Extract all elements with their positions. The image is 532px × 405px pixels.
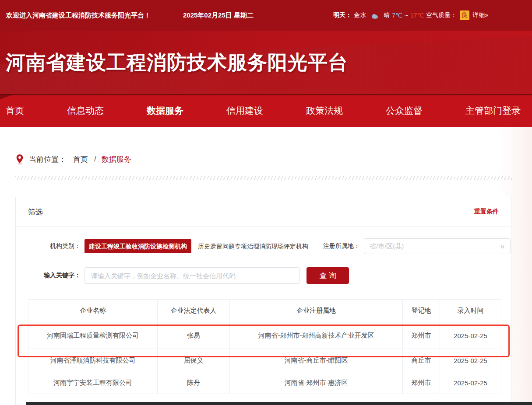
breadcrumb-current-link[interactable]: 数据服务 (102, 154, 131, 164)
site-title: 河南省建设工程消防技术服务阳光平台 (6, 49, 348, 76)
cell-company: 河南省泽顺消防科技有限公司 (28, 349, 158, 372)
cell-registry-city: 郑州市 (403, 372, 440, 394)
cell-registry-city: 郑州市 (403, 322, 440, 349)
chevron-down-icon: ∨ (500, 243, 506, 250)
temp-high: 17℃ (410, 12, 424, 19)
column-header-registered-location: 企业注册属地 (230, 300, 403, 322)
aqi-badge: 良 (460, 10, 469, 20)
cell-legal-rep: 屈保义 (158, 349, 230, 372)
category-label: 机构类别： (16, 242, 81, 250)
nav-item-news[interactable]: 信息动态 (67, 105, 104, 117)
weather-widget: 明天： 金水 晴 7℃ ~ 17℃ 空气质量： 良 详细» (333, 10, 488, 20)
table-header-row: 企业名称 企业法定代表人 企业注册属地 登记地 录入时间 (28, 300, 501, 322)
main-content: 当前位置： 首页 / 数据服务 筛选 重置条件 机构类别： 建设工程竣工验收消防… (0, 127, 532, 405)
cloud-rain-icon (370, 12, 380, 19)
location-pin-icon (16, 154, 24, 164)
nav-item-credit[interactable]: 信用建设 (226, 105, 263, 117)
weather-condition: 晴 (384, 11, 390, 19)
category-option-detection-agency[interactable]: 建设工程竣工验收消防设施检测机构 (85, 239, 191, 253)
breadcrumb-home-link[interactable]: 首页 (73, 154, 88, 164)
weather-day-label: 明天： (333, 11, 352, 19)
main-nav: 首页 信息动态 数据服务 信用建设 政策法规 公众监督 主管部门登录 (0, 94, 532, 127)
cell-registry-city: 商丘市 (403, 349, 440, 372)
filter-panel-title: 筛选 (28, 207, 43, 217)
weather-district: 金水 (354, 11, 366, 19)
column-header-registry-city: 登记地 (403, 300, 440, 322)
nav-item-data-service[interactable]: 数据服务 (147, 105, 183, 117)
cell-registered-location: 河南省-郑州市-郑州高新技术产业开发区 (230, 322, 403, 349)
breadcrumb-separator: / (94, 155, 96, 164)
category-option-assessment-agency[interactable]: 历史遗留问题专项治理消防现场评定机构 (197, 239, 309, 253)
temp-tilde: ~ (405, 12, 408, 19)
column-header-entry-date: 录入时间 (440, 300, 501, 322)
keyword-input[interactable] (85, 267, 300, 284)
weather-detail-link[interactable]: 详细» (472, 11, 488, 19)
cell-registered-location: 河南省-商丘市-睢阳区 (230, 349, 403, 372)
nav-item-public-supervision[interactable]: 公众监督 (386, 105, 423, 117)
region-select[interactable]: 省/市/区(县) ∨ (364, 238, 511, 254)
category-filter-row: 机构类别： 建设工程竣工验收消防设施检测机构 历史遗留问题专项治理消防现场评定机… (16, 238, 511, 254)
cell-entry-date: 2025-02-25 (440, 322, 501, 349)
search-button[interactable]: 查 询 (307, 267, 349, 284)
footer-bar (26, 402, 532, 405)
nav-item-policy[interactable]: 政策法规 (306, 105, 343, 117)
cell-legal-rep: 陈丹 (158, 372, 230, 394)
breadcrumb: 当前位置： 首页 / 数据服务 (16, 154, 131, 164)
breadcrumb-label: 当前位置： (29, 154, 66, 164)
top-bar: 欢迎进入河南省建设工程消防技术服务阳光平台！ 2025年02月25日 星期二 明… (0, 0, 532, 31)
cell-entry-date: 2025-02-25 (440, 349, 501, 372)
table-row[interactable]: 河南固瑞工程质量检测有限公司 张易 河南省-郑州市-郑州高新技术产业开发区 郑州… (28, 322, 501, 349)
table-row[interactable]: 河南省泽顺消防科技有限公司 屈保义 河南省-商丘市-睢阳区 商丘市 2025-0… (28, 349, 501, 372)
column-header-company: 企业名称 (28, 300, 158, 322)
results-table: 企业名称 企业法定代表人 企业注册属地 登记地 录入时间 河南固瑞工程质量检测有… (28, 299, 501, 394)
region-select-placeholder: 省/市/区(县) (370, 242, 404, 251)
cell-registered-location: 河南省-郑州市-惠济区 (230, 372, 403, 394)
site-header: 河南省建设工程消防技术服务阳光平台 (0, 31, 532, 94)
aqi-label: 空气质量： (426, 11, 457, 19)
keyword-filter-row: 输入关键字： 查 询 (16, 267, 511, 284)
table-row[interactable]: 河南宇宁安装工程有限公司 陈丹 河南省-郑州市-惠济区 郑州市 2025-02-… (28, 372, 501, 394)
cell-legal-rep: 张易 (158, 322, 230, 349)
cell-company: 河南固瑞工程质量检测有限公司 (28, 322, 158, 349)
filter-panel: 筛选 重置条件 机构类别： 建设工程竣工验收消防设施检测机构 历史遗留问题专项治… (15, 197, 511, 405)
column-header-legal-rep: 企业法定代表人 (158, 300, 230, 322)
date-text: 2025年02月25日 星期二 (183, 11, 254, 20)
temp-low: 7℃ (392, 12, 402, 19)
cell-company: 河南宇宁安装工程有限公司 (28, 372, 158, 394)
welcome-text: 欢迎进入河南省建设工程消防技术服务阳光平台！ (6, 11, 151, 20)
nav-item-admin-login[interactable]: 主管部门登录 (465, 105, 521, 117)
nav-item-home[interactable]: 首页 (6, 105, 24, 117)
cell-entry-date: 2025-02-25 (440, 372, 501, 394)
region-label: 注册所属地： (323, 242, 360, 250)
divider-slashes (15, 176, 512, 180)
reset-filters-link[interactable]: 重置条件 (474, 208, 499, 216)
filter-panel-header: 筛选 重置条件 (16, 197, 511, 227)
keyword-label: 输入关键字： (16, 272, 81, 279)
